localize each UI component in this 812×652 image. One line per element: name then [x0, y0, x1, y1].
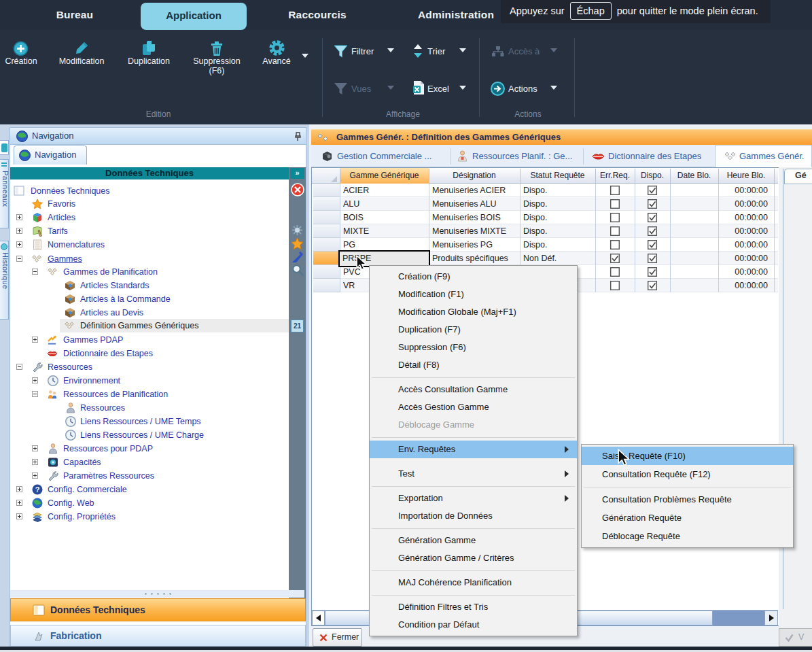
svg-text:?: ?: [35, 485, 40, 494]
